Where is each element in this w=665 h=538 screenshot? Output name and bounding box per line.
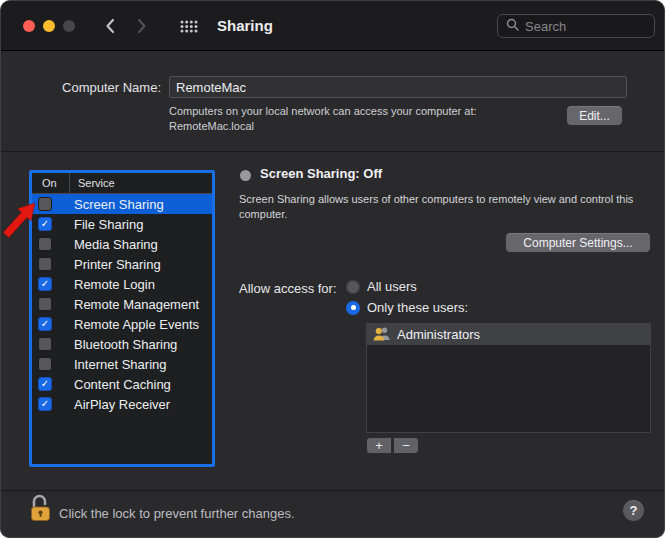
remove-user-button[interactable]: − <box>393 437 419 454</box>
all-users-radio[interactable] <box>346 280 360 294</box>
service-label: Internet Sharing <box>74 357 167 372</box>
service-checkbox[interactable]: ✓ <box>38 277 52 291</box>
service-checkbox[interactable]: ✓ <box>38 317 52 331</box>
footer-divider <box>1 490 664 491</box>
services-list: Screen Sharing ✓ File Sharing Media Shar… <box>32 194 212 414</box>
service-label: Content Caching <box>74 377 171 392</box>
service-row[interactable]: Bluetooth Sharing <box>32 334 212 354</box>
service-label: AirPlay Receiver <box>74 397 170 412</box>
lock-icon[interactable] <box>29 493 52 525</box>
search-field[interactable] <box>497 14 655 38</box>
close-button[interactable] <box>23 20 35 32</box>
radio-option-only-these-users[interactable]: Only these users: <box>346 300 468 315</box>
allowed-users-list[interactable]: Administrators <box>366 323 651 433</box>
computer-settings-button[interactable]: Computer Settings... <box>505 232 651 253</box>
service-label: Printer Sharing <box>74 257 161 272</box>
services-panel: On Service Screen Sharing ✓ File Sharing… <box>29 170 215 467</box>
titlebar: Sharing <box>1 1 664 51</box>
service-row[interactable]: Remote Management <box>32 294 212 314</box>
service-row[interactable]: ✓ Remote Login <box>32 274 212 294</box>
service-label: Media Sharing <box>74 237 158 252</box>
computer-name-description-line: Computers on your local network can acce… <box>169 104 477 119</box>
add-user-button[interactable]: + <box>366 437 392 454</box>
minimize-button[interactable] <box>43 20 55 32</box>
radio-option-all-users[interactable]: All users <box>346 279 417 294</box>
user-list-item[interactable]: Administrators <box>367 324 650 345</box>
service-row[interactable]: ✓ Content Caching <box>32 374 212 394</box>
computer-name-input[interactable] <box>169 76 627 98</box>
allowed-users-rows: Administrators <box>367 324 650 345</box>
status-indicator-dot <box>240 170 251 181</box>
user-list-controls: + − <box>366 437 419 454</box>
service-label: Remote Apple Events <box>74 317 199 332</box>
lock-hint-text: Click the lock to prevent further change… <box>59 506 295 521</box>
only-these-users-label: Only these users: <box>367 300 468 315</box>
service-checkbox[interactable] <box>38 297 52 311</box>
service-row[interactable]: Screen Sharing <box>32 194 212 214</box>
search-icon <box>506 18 519 34</box>
service-row[interactable]: ✓ Remote Apple Events <box>32 314 212 334</box>
forward-icon[interactable] <box>137 18 147 37</box>
edit-button[interactable]: Edit... <box>566 105 623 126</box>
zoom-button <box>63 20 75 32</box>
service-label: File Sharing <box>74 217 143 232</box>
computer-hostname: RemoteMac.local <box>169 119 477 134</box>
service-label: Remote Login <box>74 277 155 292</box>
service-label: Screen Sharing <box>74 197 164 212</box>
service-checkbox[interactable] <box>38 257 52 271</box>
service-checkbox[interactable]: ✓ <box>38 397 52 411</box>
computer-name-label: Computer Name: <box>1 80 161 95</box>
group-icon <box>373 326 390 344</box>
only-these-users-radio[interactable] <box>346 301 360 315</box>
search-input[interactable] <box>525 19 646 34</box>
computer-name-description: Computers on your local network can acce… <box>169 104 477 134</box>
all-users-label: All users <box>367 279 417 294</box>
service-label: Bluetooth Sharing <box>74 337 177 352</box>
help-button[interactable]: ? <box>622 499 645 522</box>
status-description: Screen Sharing allows users of other com… <box>239 192 653 222</box>
service-row[interactable]: Internet Sharing <box>32 354 212 374</box>
service-row[interactable]: Media Sharing <box>32 234 212 254</box>
window-title: Sharing <box>217 17 273 34</box>
section-divider <box>1 151 664 152</box>
sharing-preferences-window: Sharing Computer Name: Computers on your… <box>0 0 665 538</box>
service-label: Remote Management <box>74 297 199 312</box>
service-checkbox[interactable] <box>38 337 52 351</box>
user-name: Administrators <box>397 327 480 342</box>
back-icon[interactable] <box>105 18 115 37</box>
status-title: Screen Sharing: Off <box>260 166 382 181</box>
column-header-on: On <box>32 173 70 193</box>
service-checkbox[interactable]: ✓ <box>38 377 52 391</box>
column-header-service: Service <box>70 173 115 193</box>
service-checkbox[interactable] <box>38 357 52 371</box>
show-all-grid-icon[interactable] <box>180 20 198 36</box>
service-row[interactable]: ✓ AirPlay Receiver <box>32 394 212 414</box>
service-row[interactable]: ✓ File Sharing <box>32 214 212 234</box>
service-row[interactable]: Printer Sharing <box>32 254 212 274</box>
allow-access-label: Allow access for: <box>239 281 337 296</box>
services-header: On Service <box>32 173 212 194</box>
annotation-arrow <box>1 197 41 246</box>
